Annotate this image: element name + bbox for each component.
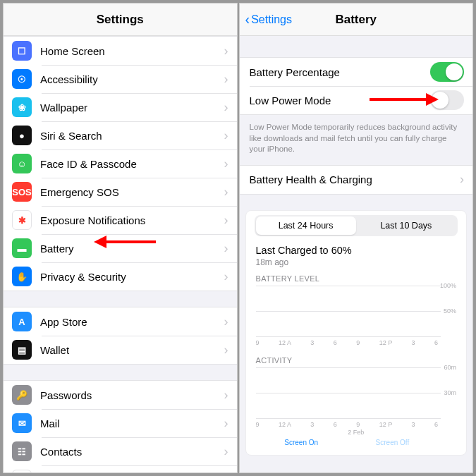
settings-row-wallet[interactable]: ▤Wallet› <box>4 336 237 364</box>
row-label: App Store <box>40 316 224 328</box>
row-label: Wallpaper <box>40 102 224 114</box>
settings-row-contacts[interactable]: ☷Contacts› <box>4 437 237 465</box>
calendar-icon: ▦ <box>12 470 32 472</box>
battery-level-chart: 100% 50% 912 A36912 P36 <box>246 286 467 355</box>
accessibility-icon: ☉ <box>12 69 32 89</box>
settings-row-battery[interactable]: ▬Battery› <box>4 234 237 262</box>
page-title: Settings <box>97 13 144 27</box>
battery-icon: ▬ <box>12 238 32 258</box>
settings-row-siri-search[interactable]: ●Siri & Search› <box>4 121 237 149</box>
chevron-right-icon: › <box>224 388 228 403</box>
legend-screen-off: Screen Off <box>376 439 410 446</box>
back-label: Settings <box>251 13 292 26</box>
mail-icon: ✉ <box>12 413 32 433</box>
settings-row-passwords[interactable]: 🔑Passwords› <box>4 381 237 409</box>
passwords-icon: 🔑 <box>12 385 32 405</box>
settings-row-home-screen[interactable]: ☐Home Screen› <box>4 37 237 65</box>
battery-health-row[interactable]: Battery Health & Charging › <box>240 166 473 194</box>
battery-content: Battery Percentage Low Power Mode Low Po… <box>240 36 473 472</box>
row-label: Mail <box>40 417 224 429</box>
chevron-right-icon: › <box>224 157 228 171</box>
chevron-right-icon: › <box>224 269 228 284</box>
chevron-right-icon: › <box>224 241 228 256</box>
settings-row-wallpaper[interactable]: ❀Wallpaper› <box>4 93 237 121</box>
face-id-passcode-icon: ☺ <box>12 154 32 173</box>
battery-percentage-toggle[interactable] <box>430 62 464 82</box>
row-label: Passwords <box>40 389 224 401</box>
app-store-icon: A <box>12 312 32 331</box>
row-label: Battery <box>40 243 224 255</box>
low-power-note: Low Power Mode temporarily reduces backg… <box>240 118 473 165</box>
x-date: 2 Feb <box>256 429 457 436</box>
contacts-icon: ☷ <box>12 441 32 461</box>
battery-percentage-row[interactable]: Battery Percentage <box>240 58 473 86</box>
row-label: Accessibility <box>40 73 224 85</box>
legend-screen-on: Screen On <box>284 439 318 446</box>
row-label: Battery Health & Charging <box>250 173 460 185</box>
activity-heading: ACTIVITY <box>246 355 467 367</box>
chevron-right-icon: › <box>224 343 228 358</box>
wallet-icon: ▤ <box>12 340 32 360</box>
row-label: Contacts <box>40 446 224 458</box>
settings-row-app-store[interactable]: AApp Store› <box>4 307 237 336</box>
chevron-right-icon: › <box>224 185 228 200</box>
last-charged-sub: 18m ago <box>256 257 457 267</box>
page-title: Battery <box>335 13 377 27</box>
chevron-right-icon: › <box>224 444 228 459</box>
row-label: Privacy & Security <box>40 271 224 283</box>
chevron-right-icon: › <box>224 44 228 59</box>
wallpaper-icon: ❀ <box>12 97 32 117</box>
chevron-right-icon: › <box>224 213 228 228</box>
chevron-right-icon: › <box>460 172 464 187</box>
chevron-right-icon: › <box>224 472 228 473</box>
low-power-mode-toggle[interactable] <box>430 90 464 110</box>
row-label: Face ID & Passcode <box>40 158 224 170</box>
settings-row-exposure-notifications[interactable]: ✱Exposure Notifications› <box>4 206 237 234</box>
settings-list: ☐Home Screen›☉Accessibility›❀Wallpaper›●… <box>4 36 237 472</box>
header: Settings <box>4 4 237 36</box>
usage-card: Last 24 Hours Last 10 Days Last Charged … <box>245 210 468 456</box>
low-power-mode-row[interactable]: Low Power Mode <box>240 86 473 114</box>
segment-24h[interactable]: Last 24 Hours <box>256 216 356 235</box>
row-label: Home Screen <box>40 45 224 57</box>
last-charged-title: Last Charged to 60% <box>256 245 457 256</box>
chevron-right-icon: › <box>224 128 228 143</box>
chevron-right-icon: › <box>224 100 228 115</box>
chevron-right-icon: › <box>224 72 228 87</box>
settings-row-accessibility[interactable]: ☉Accessibility› <box>4 65 237 93</box>
privacy-security-icon: ✋ <box>12 267 32 286</box>
chevron-left-icon: ‹ <box>245 11 250 28</box>
settings-row-privacy-security[interactable]: ✋Privacy & Security› <box>4 262 237 291</box>
row-label: Low Power Mode <box>250 94 431 106</box>
settings-row-calendar[interactable]: ▦Calendar› <box>4 465 237 472</box>
settings-row-mail[interactable]: ✉Mail› <box>4 409 237 437</box>
home-screen-icon: ☐ <box>12 41 32 61</box>
chevron-right-icon: › <box>224 416 228 431</box>
header: ‹ Settings Battery <box>240 4 473 36</box>
emergency-sos-icon: SOS <box>12 182 32 202</box>
row-label: Battery Percentage <box>250 66 431 78</box>
row-label: Siri & Search <box>40 130 224 142</box>
settings-screen: Settings ☐Home Screen›☉Accessibility›❀Wa… <box>3 3 238 473</box>
siri-search-icon: ● <box>12 126 32 145</box>
settings-row-face-id-passcode[interactable]: ☺Face ID & Passcode› <box>4 149 237 178</box>
time-segment[interactable]: Last 24 Hours Last 10 Days <box>255 215 458 236</box>
exposure-notifications-icon: ✱ <box>12 210 32 230</box>
activity-chart: 60m 30m 912 A36912 P36 2 Feb Screen On S… <box>246 367 467 455</box>
row-label: Emergency SOS <box>40 186 224 198</box>
chevron-right-icon: › <box>224 315 228 329</box>
row-label: Wallet <box>40 344 224 356</box>
battery-level-heading: BATTERY LEVEL <box>246 273 467 286</box>
battery-screen: ‹ Settings Battery Battery Percentage Lo… <box>239 3 474 473</box>
back-button[interactable]: ‹ Settings <box>245 11 292 28</box>
settings-row-emergency-sos[interactable]: SOSEmergency SOS› <box>4 178 237 206</box>
row-label: Exposure Notifications <box>40 214 224 226</box>
segment-10d[interactable]: Last 10 Days <box>356 216 456 235</box>
